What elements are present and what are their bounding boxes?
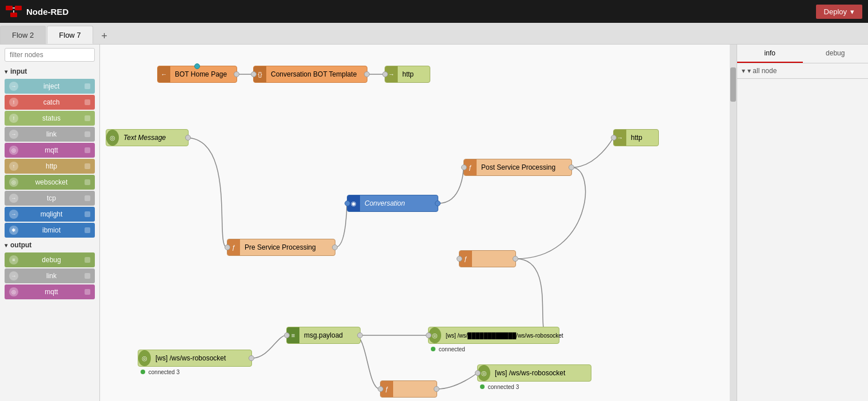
sidebar-item-inject[interactable]: → inject (5, 79, 95, 94)
filter-nodes-input[interactable] (5, 48, 95, 62)
output-section-arrow-icon: ▾ (5, 242, 7, 248)
func-bottom-port-right (513, 256, 518, 262)
mqtt-icon: ◎ (9, 146, 18, 155)
canvas-area[interactable]: ← BOT Home Page {} Conversation BOT Temp… (100, 45, 737, 401)
bot-home-page-port-top (194, 63, 200, 69)
input-section-arrow-icon: ▾ (5, 69, 7, 75)
tab-flow2[interactable]: Flow 2 (0, 26, 46, 44)
conversation-port-left (345, 201, 350, 206)
conversation-node[interactable]: ◉ Conversation (347, 195, 438, 212)
ws-out-robosocket-1-status-dot (431, 347, 435, 351)
ws-out-robosocket-1-node[interactable]: ◎ [ws] /ws/████████████/ws/ws-robosocket… (428, 327, 559, 344)
text-message-node[interactable]: ◎ Text Message (106, 129, 189, 146)
sidebar-item-status[interactable]: ! status (5, 111, 95, 126)
conversation-bot-template-port-right (364, 71, 370, 77)
sidebar-item-mqtt-out[interactable]: ◎ mqtt (5, 284, 95, 299)
filter-icon: ▾ (742, 67, 745, 75)
sidebar-item-http[interactable]: ↑ http (5, 159, 95, 174)
inject-right-icon (85, 83, 90, 89)
right-panel-tabs: info debug (737, 45, 868, 63)
link-right-icon (85, 131, 90, 137)
ws-out-robosocket-2-port-left (475, 370, 481, 376)
deploy-label: Deploy (824, 7, 847, 16)
ws-out-robosocket-2-label: [ws] /ws/ws-robosocket (490, 369, 591, 377)
ws-out-robosocket-1-status: connected (431, 346, 465, 352)
flow-canvas: ← BOT Home Page {} Conversation BOT Temp… (100, 45, 730, 401)
catch-icon: ! (9, 98, 18, 107)
output-section-label[interactable]: ▾ output (0, 239, 99, 251)
mqlight-right-icon (85, 211, 90, 217)
ws-in-robosocket-status: connected 3 (141, 369, 179, 375)
func-bottom-port-left (457, 256, 462, 262)
sidebar-item-ibmiot[interactable]: ✱ ibmiot (5, 223, 95, 238)
sidebar-item-websocket[interactable]: ◎ websocket (5, 175, 95, 190)
connections-svg (100, 45, 730, 401)
sidebar-item-tcp[interactable]: → tcp (5, 191, 95, 206)
pre-service-processing-label: Pre Service Processing (240, 243, 335, 251)
right-panel: info debug ▾ ▾ all node (737, 45, 868, 401)
post-service-processing-label: Post Service Processing (477, 163, 571, 171)
sidebar-item-mqtt[interactable]: ◎ mqtt (5, 143, 95, 158)
mqtt-out-icon: ◎ (9, 287, 18, 296)
canvas-scrollbar-thumb[interactable] (730, 67, 736, 102)
status-right-icon (85, 115, 90, 121)
conversation-bot-template-node[interactable]: {} Conversation BOT Template (253, 66, 367, 83)
conversation-bot-template-port-left (251, 71, 257, 77)
sidebar-item-link[interactable]: → link (5, 127, 95, 142)
logo-area: Node-RED (6, 5, 69, 18)
sidebar-item-catch[interactable]: ! catch (5, 95, 95, 110)
post-service-processing-port-right (569, 165, 574, 170)
conversation-bot-template-label: Conversation BOT Template (266, 70, 367, 78)
http-response-2-port-left (611, 135, 617, 141)
ws-out-robosocket-1-label: [ws] /ws/████████████/ws/ws-robosocket (441, 332, 568, 339)
right-tab-debug[interactable]: debug (803, 45, 869, 63)
debug-icon: ≡ (9, 255, 18, 264)
ws-out-robosocket-2-node[interactable]: ◎ [ws] /ws/ws-robosocket connected 3 (477, 364, 591, 382)
http-response-2-node[interactable]: → http (613, 129, 659, 146)
post-service-processing-port-left (461, 165, 467, 170)
bot-home-page-node[interactable]: ← BOT Home Page (157, 66, 237, 83)
link-out-right-icon (85, 273, 90, 279)
right-tab-info[interactable]: info (737, 45, 803, 63)
input-section-label[interactable]: ▾ input (0, 65, 99, 78)
pre-service-processing-node[interactable]: ƒ Pre Service Processing (227, 239, 335, 256)
link-icon: → (9, 130, 18, 139)
post-service-processing-node[interactable]: ƒ Post Service Processing (463, 159, 572, 176)
sidebar: ▾ input → inject ! catch ! status → link… (0, 45, 100, 401)
bot-home-page-label: BOT Home Page (170, 70, 237, 78)
deploy-button[interactable]: Deploy ▾ (816, 5, 862, 19)
sidebar-item-mqlight[interactable]: → mqlight (5, 207, 95, 222)
add-tab-button[interactable]: + (97, 28, 113, 44)
all-nodes-filter[interactable]: ▾ ▾ all node (737, 63, 868, 79)
ws-out-robosocket-2-status: connected 3 (480, 384, 519, 390)
func-bottom-2-node[interactable]: ƒ (380, 380, 437, 398)
func-bottom-2-port-right (434, 386, 439, 392)
sidebar-item-link-out[interactable]: → link (5, 268, 95, 283)
func-bottom-node[interactable]: ƒ (459, 250, 516, 267)
ws-in-robosocket-node[interactable]: ◎ [ws] /ws/ws-robosocket connected 3 (138, 350, 252, 367)
tabbar: Flow 2 Flow 7 + (0, 23, 868, 45)
mqlight-icon: → (9, 210, 18, 219)
bot-home-page-icon: ← (158, 66, 170, 82)
sidebar-item-debug[interactable]: ≡ debug (5, 252, 95, 267)
app-title: Node-RED (26, 7, 69, 17)
conversation-label: Conversation (360, 199, 438, 207)
http-response-1-port-left (382, 71, 388, 77)
link-out-icon: → (9, 271, 18, 280)
func-bottom-2-port-left (378, 386, 383, 392)
svg-rect-1 (15, 6, 22, 10)
text-message-icon: ◎ (106, 130, 119, 146)
catch-right-icon (85, 99, 90, 105)
websocket-icon: ◎ (9, 178, 18, 187)
status-icon: ! (9, 114, 18, 123)
http-response-1-node[interactable]: → http (385, 66, 430, 83)
msg-payload-node[interactable]: ≡ msg.payload (286, 327, 361, 344)
tab-flow7[interactable]: Flow 7 (47, 26, 93, 44)
canvas-scrollbar-vertical[interactable] (730, 45, 737, 401)
deploy-arrow-icon: ▾ (850, 7, 854, 16)
tcp-icon: → (9, 194, 18, 203)
ibmiot-icon: ✱ (9, 226, 18, 235)
websocket-right-icon (85, 179, 90, 185)
text-message-port-right (185, 135, 191, 141)
inject-icon: → (9, 82, 18, 91)
